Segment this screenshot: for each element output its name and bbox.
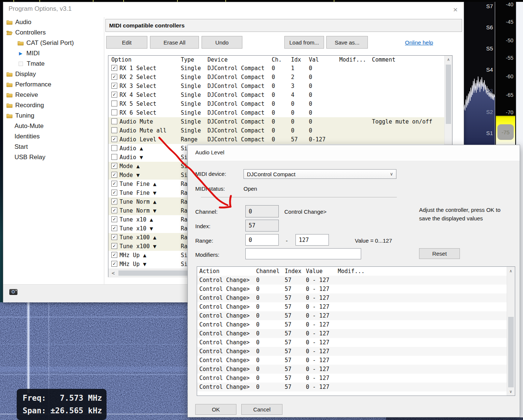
modifiers-field[interactable] xyxy=(245,248,361,259)
sidebar-item-performance[interactable]: Performance xyxy=(5,79,104,90)
undo-button[interactable]: Undo xyxy=(202,36,242,49)
option-cell: Audio Mute all xyxy=(120,127,166,134)
sidebar-item-display[interactable]: Display xyxy=(5,69,104,79)
checkbox-checked[interactable]: ✓ xyxy=(111,243,117,249)
checkbox-unchecked[interactable] xyxy=(111,101,117,106)
sidebar-item-recording[interactable]: Recording xyxy=(5,100,104,111)
table-row[interactable]: Audio Mute allSingleDJControl Compact000 xyxy=(108,126,445,135)
action-row[interactable]: Control Change>0570 - 127 xyxy=(197,320,507,329)
sidebar-item-receive[interactable]: Receive xyxy=(5,90,104,100)
table-row[interactable]: RX 5 SelectSingleDJControl Compact000 xyxy=(108,99,445,108)
action-row[interactable]: Control Change>0570 - 127 xyxy=(197,356,507,365)
checkbox-checked[interactable]: ✓ xyxy=(111,261,117,267)
scroll-left-icon[interactable]: < xyxy=(109,269,117,277)
ok-button[interactable]: OK xyxy=(195,404,236,415)
sidebar-item-auto-mute[interactable]: Auto-Mute xyxy=(5,121,104,131)
option-cell: RX 5 Select xyxy=(120,101,156,107)
action-row[interactable]: Control Change>0570 - 127 xyxy=(197,383,507,391)
sidebar-item-cat-serial-port-[interactable]: CAT (Serial Port) xyxy=(5,38,104,48)
sidebar-item-start[interactable]: Start xyxy=(5,142,104,152)
dialog-vertical-scrollbar[interactable]: ∧ ∨ xyxy=(507,267,515,396)
checkbox-checked[interactable]: ✓ xyxy=(111,92,117,98)
idx-cell: 0 xyxy=(291,101,294,107)
action-row[interactable]: Control Change>0570 - 127 xyxy=(197,329,507,338)
table-row[interactable]: ✓RX 4 SelectSingleDJControl Compact040 xyxy=(108,91,445,99)
scroll-up-icon[interactable]: ∧ xyxy=(445,56,452,63)
sidebar-item-midi[interactable]: ▶MIDI xyxy=(5,48,104,59)
spectrum-edge-sliver xyxy=(0,2,3,302)
checkbox-checked[interactable]: ✓ xyxy=(111,252,117,258)
camera-icon[interactable] xyxy=(9,289,17,295)
save-as-button[interactable]: Save as... xyxy=(326,36,368,49)
checkbox-checked[interactable]: ✓ xyxy=(111,225,117,231)
range-to-field[interactable]: 127 xyxy=(295,234,329,246)
checkbox-checked[interactable]: ✓ xyxy=(111,216,117,222)
action-row[interactable]: Control Change>0570 - 127 xyxy=(197,285,507,293)
checkbox-unchecked[interactable] xyxy=(111,127,117,133)
checkbox-unchecked[interactable] xyxy=(111,145,117,151)
checkbox-checked[interactable]: ✓ xyxy=(111,163,117,169)
action-row[interactable]: Control Change>0570 - 127 xyxy=(197,347,507,356)
action-row[interactable]: Control Change>0570 - 127 xyxy=(197,302,507,311)
scroll-up-icon[interactable]: ∧ xyxy=(507,267,514,275)
option-cell: Tune x10 ▲ xyxy=(120,216,153,223)
action-row[interactable]: Control Change>0570 - 127 xyxy=(197,365,507,374)
range-from-field[interactable]: 0 xyxy=(245,234,279,246)
type-cell: Single xyxy=(181,101,201,107)
option-cell: Tune Norm ▲ xyxy=(120,198,156,205)
channel-field[interactable]: 0 xyxy=(245,205,279,217)
action-cell: Control Change> xyxy=(199,303,249,310)
checkbox-unchecked[interactable] xyxy=(111,154,117,160)
table-row[interactable]: ✓RX 2 SelectSingleDJControl Compact020 xyxy=(108,73,445,82)
index-field[interactable]: 57 xyxy=(245,220,279,232)
midi-device-select[interactable]: DJControl Compact ∨ xyxy=(243,169,396,179)
online-help-link[interactable]: Online help xyxy=(405,39,433,46)
action-row[interactable]: Control Change>0570 - 127 xyxy=(197,374,507,383)
dbm-label: -60 xyxy=(499,73,513,79)
action-row[interactable]: Control Change>0570 - 127 xyxy=(197,311,507,320)
sidebar-item-audio[interactable]: Audio xyxy=(5,17,104,27)
table-row[interactable]: Audio MuteSingleDJControl Compact000Togg… xyxy=(108,117,445,126)
channel-cell: 0 xyxy=(256,312,259,319)
checkbox-unchecked[interactable] xyxy=(111,109,117,115)
checkbox-unchecked[interactable] xyxy=(111,118,117,124)
action-row[interactable]: Control Change>0570 - 127 xyxy=(197,293,507,302)
checkbox-checked[interactable]: ✓ xyxy=(111,181,117,187)
load-from-button[interactable]: Load from... xyxy=(284,36,324,49)
checkbox-checked[interactable]: ✓ xyxy=(111,207,117,213)
action-row[interactable]: Control Change>0570 - 127 xyxy=(197,276,507,285)
close-icon[interactable]: × xyxy=(450,4,461,15)
scroll-down-icon[interactable]: ∨ xyxy=(507,387,514,396)
table-row[interactable]: ✓Audio LevelRangeDJControl Compact0570-1… xyxy=(108,135,445,144)
scrollbar-thumb[interactable] xyxy=(508,317,514,387)
option-cell: RX 6 Select xyxy=(120,109,156,116)
table-row[interactable]: ✓RX 1 SelectSingleDJControl Compact010 xyxy=(108,64,445,73)
erase-all-button[interactable]: Erase All xyxy=(150,36,199,49)
channel-cell: 0 xyxy=(256,277,259,283)
checkbox-checked[interactable]: ✓ xyxy=(111,190,117,196)
sidebar-item-tuning[interactable]: Tuning xyxy=(5,111,104,121)
checkbox-checked[interactable]: ✓ xyxy=(111,172,117,178)
edit-button[interactable]: Edit xyxy=(106,36,147,49)
reset-button[interactable]: Reset xyxy=(419,248,460,259)
scrollbar-thumb[interactable] xyxy=(446,65,451,124)
type-cell: Single xyxy=(181,109,201,116)
table-row[interactable]: ✓RX 3 SelectSingleDJControl Compact030 xyxy=(108,82,445,91)
sidebar-item-identities[interactable]: Identities xyxy=(5,131,104,142)
spectrum-panel: S7S6S5S4S3S2S1 xyxy=(464,0,495,145)
checkbox-checked[interactable]: ✓ xyxy=(111,136,117,142)
checkbox-checked[interactable]: ✓ xyxy=(111,74,117,80)
sidebar-item-usb-relay[interactable]: USB Relay xyxy=(5,152,104,163)
checkbox-checked[interactable]: ✓ xyxy=(111,234,117,240)
col-channel: Channel xyxy=(256,268,280,275)
action-row[interactable]: Control Change>0570 - 127 xyxy=(197,338,507,347)
checkbox-checked[interactable]: ✓ xyxy=(111,65,117,71)
checkbox-checked[interactable]: ✓ xyxy=(111,198,117,204)
cancel-button[interactable]: Cancel xyxy=(241,404,282,415)
s-unit-label: S2 xyxy=(478,109,493,115)
checkbox-checked[interactable]: ✓ xyxy=(111,83,117,89)
sidebar-item-tmate[interactable]: Tmate xyxy=(5,59,104,69)
sidebar-item-controllers[interactable]: Controllers xyxy=(5,27,104,38)
table-row[interactable]: RX 6 SelectSingleDJControl Compact000 xyxy=(108,108,445,117)
val-cell: 0 xyxy=(309,118,312,125)
